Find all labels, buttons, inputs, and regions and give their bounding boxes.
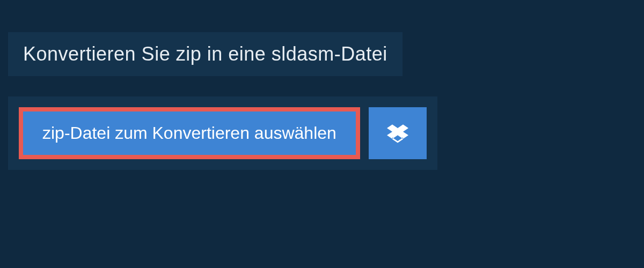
page-container: Konvertieren Sie zip in eine sldasm-Date… (0, 0, 644, 268)
dropbox-icon (387, 123, 408, 144)
button-row: zip-Datei zum Konvertieren auswählen (8, 96, 437, 170)
dropbox-button[interactable] (369, 107, 427, 159)
select-file-button[interactable]: zip-Datei zum Konvertieren auswählen (19, 107, 360, 159)
page-title: Konvertieren Sie zip in eine sldasm-Date… (8, 32, 402, 76)
select-file-label: zip-Datei zum Konvertieren auswählen (42, 123, 336, 143)
